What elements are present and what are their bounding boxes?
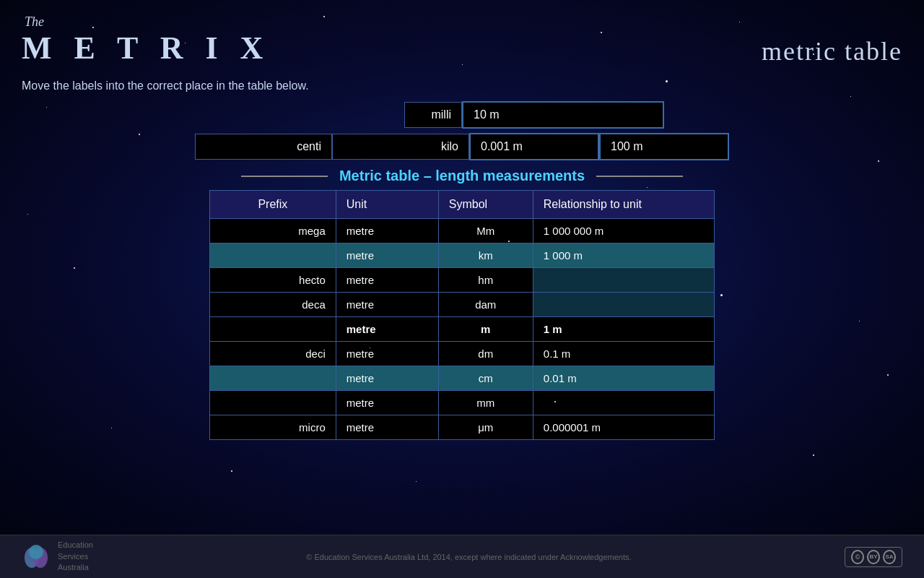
cell-unit: metre bbox=[336, 317, 438, 342]
drag-row-1: milli 10 m bbox=[22, 101, 902, 129]
cell-symbol: dm bbox=[438, 342, 533, 366]
cell-unit: metre bbox=[336, 366, 438, 391]
svg-point-2 bbox=[29, 545, 43, 559]
cell-relation: 1 000 m bbox=[533, 243, 714, 268]
cell-unit: metre bbox=[336, 243, 438, 268]
cell-unit: metre bbox=[336, 219, 438, 243]
cell-unit: metre bbox=[336, 293, 438, 317]
cell-relation: 0.1 m bbox=[533, 342, 714, 366]
by-icon: BY bbox=[867, 550, 880, 564]
metric-table-title-row: Metric table – length measurements bbox=[22, 168, 902, 184]
cell-relation: 0.01 m bbox=[533, 366, 714, 391]
footer: EducationServicesAustralia © Education S… bbox=[0, 535, 924, 578]
drop-box-100m[interactable]: 100 m bbox=[599, 133, 729, 160]
table-row: deci metre dm 0.1 m bbox=[210, 342, 715, 366]
footer-org-name: EducationServicesAustralia bbox=[58, 540, 93, 573]
cell-prefix: hecto bbox=[210, 268, 336, 293]
drag-label-centi[interactable]: centi bbox=[195, 134, 332, 160]
metric-table-section: Metric table – length measurements Prefi… bbox=[0, 168, 924, 440]
col-header-symbol: Symbol bbox=[438, 191, 533, 219]
table-row: micro metre μm 0.000001 m bbox=[210, 415, 715, 440]
logo-area: The M E T R I X bbox=[22, 14, 270, 66]
cell-symbol: mm bbox=[438, 391, 533, 415]
footer-copyright: © Education Services Australia Ltd, 2014… bbox=[93, 553, 845, 561]
cell-relation: 1 m bbox=[533, 317, 714, 342]
cc-badge: © BY SA bbox=[845, 547, 902, 567]
cell-prefix bbox=[210, 366, 336, 391]
drag-label-milli[interactable]: milli bbox=[404, 102, 462, 128]
logo-the: The bbox=[25, 14, 270, 30]
table-row: metre m 1 m bbox=[210, 317, 715, 342]
table-row: hecto metre hm bbox=[210, 268, 715, 293]
table-row: metre cm 0.01 m bbox=[210, 366, 715, 391]
table-row: metre mm bbox=[210, 391, 715, 415]
cell-prefix bbox=[210, 243, 336, 268]
instruction-text: Move the labels into the correct place i… bbox=[0, 74, 924, 101]
header: The M E T R I X metric table bbox=[0, 0, 924, 74]
cell-symbol: Mm bbox=[438, 219, 533, 243]
cell-prefix: mega bbox=[210, 219, 336, 243]
cell-symbol: cm bbox=[438, 366, 533, 391]
title-line-right bbox=[596, 176, 683, 177]
col-header-prefix: Prefix bbox=[210, 191, 336, 219]
cell-symbol: km bbox=[438, 243, 533, 268]
cell-symbol: hm bbox=[438, 268, 533, 293]
sa-icon: SA bbox=[883, 550, 896, 564]
cell-unit: metre bbox=[336, 268, 438, 293]
drag-row-2: centi kilo 0.001 m 100 m bbox=[22, 133, 902, 160]
title-line-left bbox=[241, 176, 328, 177]
footer-logo: EducationServicesAustralia bbox=[22, 540, 93, 573]
cell-symbol: m bbox=[438, 317, 533, 342]
table-row: metre km 1 000 m bbox=[210, 243, 715, 268]
cell-relation bbox=[533, 391, 714, 415]
col-header-relation: Relationship to unit bbox=[533, 191, 714, 219]
cell-unit: metre bbox=[336, 415, 438, 440]
cell-relation: 0.000001 m bbox=[533, 415, 714, 440]
page-title: metric table bbox=[762, 36, 902, 66]
drop-box-10m[interactable]: 10 m bbox=[462, 101, 664, 129]
drag-area: milli 10 m centi kilo 0.001 m 100 m bbox=[0, 101, 924, 160]
cell-relation bbox=[533, 268, 714, 293]
drag-label-kilo[interactable]: kilo bbox=[332, 134, 469, 160]
table-header-row: Prefix Unit Symbol Relationship to unit bbox=[210, 191, 715, 219]
metric-table-title: Metric table – length measurements bbox=[339, 168, 585, 184]
cc-icon: © bbox=[851, 550, 864, 564]
main-area: The M E T R I X metric table Move the la… bbox=[0, 0, 924, 535]
cell-prefix: deci bbox=[210, 342, 336, 366]
col-header-unit: Unit bbox=[336, 191, 438, 219]
cell-prefix bbox=[210, 317, 336, 342]
cell-prefix: deca bbox=[210, 293, 336, 317]
cell-relation bbox=[533, 293, 714, 317]
cell-symbol: μm bbox=[438, 415, 533, 440]
esa-logo-icon bbox=[22, 542, 51, 571]
cell-prefix: micro bbox=[210, 415, 336, 440]
logo-metrix: M E T R I X bbox=[22, 30, 270, 66]
drop-box-0001m[interactable]: 0.001 m bbox=[469, 133, 599, 160]
table-row: deca metre dam bbox=[210, 293, 715, 317]
cell-prefix bbox=[210, 391, 336, 415]
cell-unit: metre bbox=[336, 342, 438, 366]
table-row: mega metre Mm 1 000 000 m bbox=[210, 219, 715, 243]
cell-unit: metre bbox=[336, 391, 438, 415]
cell-relation: 1 000 000 m bbox=[533, 219, 714, 243]
cell-symbol: dam bbox=[438, 293, 533, 317]
metric-table: Prefix Unit Symbol Relationship to unit … bbox=[209, 190, 715, 440]
